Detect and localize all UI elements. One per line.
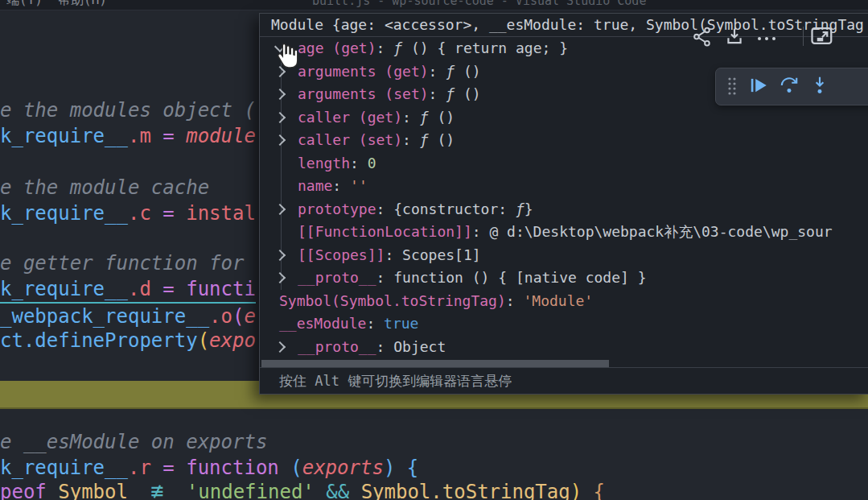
code-token: .d [128, 278, 151, 300]
property-colon: : [376, 267, 394, 290]
tree-row[interactable]: caller (get): ƒ () [260, 106, 868, 130]
code-token: 'undefined' [187, 481, 315, 500]
property-colon: : [350, 152, 368, 176]
property-value: () [429, 129, 455, 152]
toolbar-separator [803, 27, 804, 46]
chevron-right-icon[interactable] [274, 89, 286, 100]
download-icon[interactable] [724, 26, 745, 47]
tree-row-gutter [274, 68, 298, 76]
property-value: ƒ [420, 106, 429, 130]
property-name: __esModule [279, 312, 366, 336]
step-over-icon[interactable] [779, 75, 800, 99]
tree-row[interactable]: Symbol(Symbol.toStringTag): 'Module' [260, 290, 868, 313]
property-colon: : [376, 336, 394, 359]
code-line: e __esModule on exports [0, 429, 267, 455]
tree-row-gutter [274, 274, 298, 282]
code-token: ≢ [139, 478, 175, 500]
tree-row[interactable]: length: 0 [260, 152, 868, 176]
property-value: } [525, 198, 533, 221]
code-token [315, 481, 326, 500]
code-token: e [244, 305, 255, 328]
tree-row[interactable]: caller (set): ƒ () [260, 129, 868, 152]
code-token: instal [186, 202, 256, 225]
code-token: function [186, 457, 290, 479]
code-line: k_require__.d = functi [0, 276, 256, 302]
property-colon: : [472, 221, 490, 244]
code-token: .o [209, 305, 232, 328]
tree-row[interactable]: prototype: {constructor: ƒ} [260, 198, 868, 221]
step-into-icon[interactable] [809, 75, 830, 99]
chevron-right-icon[interactable] [274, 134, 286, 146]
code-token [349, 481, 360, 500]
tree-row[interactable]: __esModule: true [260, 312, 868, 336]
property-name: [[FunctionLocation]] [298, 221, 472, 244]
property-name: prototype [298, 198, 376, 221]
property-value: true [384, 312, 418, 336]
code-token: .toStringTag [430, 481, 570, 500]
code-token: { [582, 481, 605, 500]
property-name: length [298, 152, 350, 176]
code-token: ) [570, 481, 582, 500]
drag-handle-icon[interactable] [726, 75, 738, 99]
property-value: {constructor: [393, 198, 516, 221]
property-colon: : [402, 106, 420, 130]
chevron-right-icon[interactable] [274, 272, 286, 283]
property-colon: : [506, 290, 524, 313]
code-token: e the module cache [0, 176, 209, 199]
tree-row-gutter [274, 251, 298, 259]
code-line: e getter function for [0, 250, 244, 276]
property-value: Object [393, 336, 446, 359]
property-value: () [429, 106, 455, 130]
tree-row-gutter [274, 136, 298, 144]
continue-icon[interactable] [748, 75, 769, 99]
property-value: '' [350, 175, 368, 198]
property-name: [[Scopes]] [298, 244, 385, 267]
property-value: ƒ [446, 83, 455, 106]
vscode-window: { "window": { "menu_items": ["端(T)", "帮助… [0, 0, 868, 500]
code-token: k_require__ [0, 457, 128, 479]
code-token: .c [128, 202, 151, 225]
code-line: ct.defineProperty(expo [0, 328, 256, 353]
share-icon[interactable] [692, 26, 713, 47]
tree-row[interactable]: __proto__: Object [260, 336, 868, 359]
more-actions-icon[interactable] [756, 33, 777, 44]
property-colon: : [366, 312, 384, 336]
horizontal-scrollbar[interactable] [260, 360, 868, 367]
chevron-right-icon[interactable] [274, 341, 286, 353]
code-token: e __esModule on exports [0, 431, 267, 453]
code-token: ( [232, 305, 244, 328]
tree-row-gutter [274, 114, 298, 122]
chevron-right-icon[interactable] [274, 204, 286, 215]
chevron-right-icon[interactable] [274, 66, 286, 77]
property-value: function () { [native code] } [393, 267, 646, 290]
code-token: .r [128, 457, 151, 479]
tree-row[interactable]: [[FunctionLocation]]: @ d:\Desktop\webpa… [260, 221, 868, 244]
tree-row[interactable]: [[Scopes]]: Scopes[1] [260, 244, 868, 267]
tree-row-gutter [274, 205, 298, 213]
code-token: ( [290, 457, 302, 479]
code-line: e the module cache [0, 175, 209, 200]
move-into-new-window-icon[interactable] [810, 24, 834, 48]
chevron-down-icon[interactable] [274, 41, 286, 52]
code-token: e the modules object ( [0, 99, 256, 122]
debug-toolbar [715, 68, 868, 105]
code-token: e getter function for [0, 252, 244, 275]
tree-row-gutter [274, 90, 298, 98]
code-token: Symbol [58, 481, 139, 500]
property-name: name [298, 175, 332, 198]
property-name: arguments (get) [298, 60, 429, 84]
code-token: peof [0, 481, 58, 500]
scrollbar-thumb[interactable] [261, 360, 609, 367]
code-token: .defineProperty [23, 329, 198, 352]
chevron-right-icon[interactable] [274, 250, 286, 261]
code-line: k_require__.m = module [0, 123, 256, 149]
property-value: 0 [368, 152, 376, 176]
tree-row[interactable]: name: '' [260, 175, 868, 198]
property-value: ƒ [516, 198, 525, 221]
property-colon: : [376, 37, 394, 60]
property-value: ƒ [420, 129, 429, 152]
tree-row-gutter [274, 46, 298, 51]
tree-row[interactable]: __proto__: function () { [native code] } [260, 267, 868, 290]
chevron-right-icon[interactable] [274, 112, 286, 123]
code-line: peof Symbol ≢ 'undefined' && Symbol.toSt… [0, 478, 605, 500]
